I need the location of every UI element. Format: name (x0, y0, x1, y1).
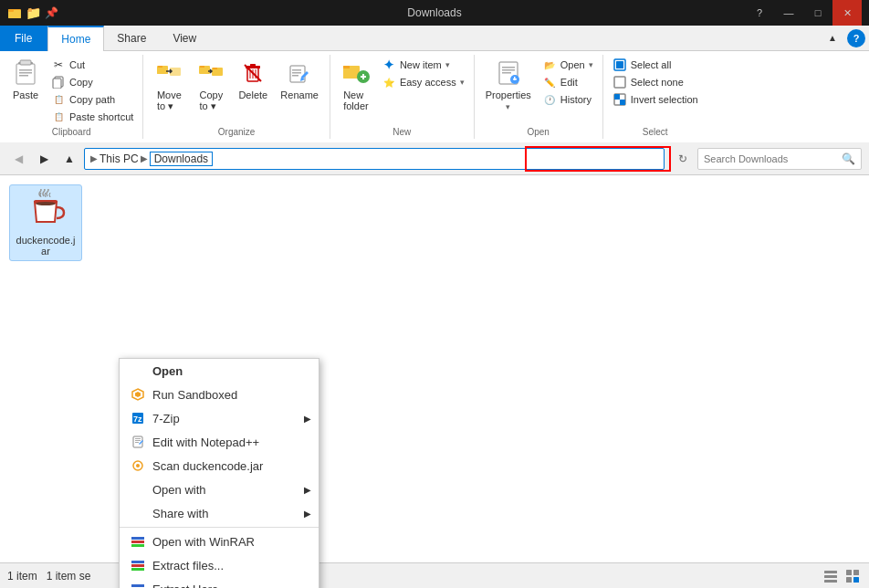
svg-rect-38 (502, 69, 515, 71)
ctx-7zip[interactable]: 7z 7-Zip ▶ (120, 406, 319, 430)
back-button[interactable]: ◀ (7, 148, 29, 170)
help-ribbon-btn[interactable]: ? (847, 29, 865, 47)
paste-button[interactable]: Paste (5, 57, 46, 102)
svg-rect-21 (250, 64, 256, 67)
svg-rect-29 (292, 75, 298, 77)
address-path[interactable]: ▶ This PC ▶ Downloads (84, 148, 665, 170)
new-folder-icon (341, 58, 371, 88)
paste-shortcut-button[interactable]: 📋 Paste shortcut (47, 109, 137, 125)
tab-view[interactable]: View (160, 26, 210, 51)
forward-button[interactable]: ▶ (33, 148, 55, 170)
delete-icon (238, 58, 267, 88)
edit-button[interactable]: ✏️ Edit (539, 74, 597, 90)
new-item-icon: ✦ (382, 58, 396, 72)
history-button[interactable]: 🕐 History (539, 91, 597, 108)
svg-rect-58 (135, 442, 139, 443)
help-button[interactable]: ? (745, 0, 774, 26)
grid-view-btn[interactable] (843, 567, 862, 585)
file-name: duckencode.jar (14, 235, 78, 257)
select-all-button[interactable]: Select all (609, 57, 702, 73)
cut-icon: ✂ (51, 58, 66, 72)
search-icon: 🔍 (842, 152, 855, 165)
clipboard-label: Clipboard (52, 125, 91, 137)
search-box[interactable]: 🔍 (697, 148, 862, 170)
folder-icon (7, 5, 22, 20)
open-label: Open (527, 125, 549, 137)
up-button[interactable]: ▲ (58, 148, 80, 170)
copy-to-icon (196, 58, 225, 88)
open-icon: 📂 (542, 58, 557, 72)
open-small-btns: 📂 Open ▾ ✏️ Edit 🕐 History (539, 57, 597, 108)
edit-icon: ✏️ (542, 75, 557, 89)
ctx-open-winrar[interactable]: Open with WinRAR (120, 530, 319, 553)
path-this-pc[interactable]: This PC (99, 152, 139, 165)
svg-point-50 (36, 202, 56, 205)
ctx-open[interactable]: Open (120, 359, 319, 383)
file-area[interactable]: duckencode.jar Open Run Sandboxed (0, 175, 869, 581)
ctx-winrar-icon-1 (131, 534, 145, 549)
path-downloads[interactable]: Downloads (150, 152, 213, 166)
rename-button[interactable]: Rename (275, 57, 324, 102)
invert-selection-button[interactable]: Invert selection (609, 91, 702, 108)
window-controls: ? — □ ✕ (745, 0, 862, 26)
svg-rect-28 (292, 72, 301, 74)
ctx-run-sandboxed[interactable]: Run Sandboxed (120, 383, 319, 406)
ctx-winrar-icon-2 (131, 558, 145, 572)
svg-rect-47 (614, 94, 620, 100)
open-button[interactable]: 📂 Open ▾ (539, 57, 597, 73)
new-folder-button[interactable]: Newfolder (336, 57, 376, 113)
tab-share[interactable]: Share (104, 26, 160, 51)
tab-file[interactable]: File (0, 26, 47, 51)
properties-button[interactable]: Properties ▾ (480, 57, 537, 113)
move-to-button[interactable]: Moveto ▾ (149, 57, 189, 114)
svg-marker-52 (135, 392, 141, 397)
paste-label: Paste (13, 89, 38, 100)
title-bar-left: 📁 📌 (7, 5, 58, 20)
organize-buttons: Moveto ▾ Copyto ▾ (149, 57, 324, 125)
easy-access-button[interactable]: ⭐ Easy access ▾ (378, 74, 468, 90)
delete-label: Delete (238, 89, 267, 100)
select-none-button[interactable]: Select none (609, 74, 702, 90)
quick-access-icon: 📁 (26, 5, 40, 20)
minimize-button[interactable]: — (774, 0, 803, 26)
list-view-btn[interactable] (822, 567, 840, 585)
ctx-open-with[interactable]: Open with ▶ (120, 478, 319, 501)
copy-ribbon-button[interactable]: Copy (47, 74, 137, 90)
ctx-extract-files[interactable]: Extract files... (120, 553, 319, 577)
svg-rect-45 (614, 77, 625, 88)
delete-button[interactable]: Delete (233, 57, 273, 102)
copy-to-button[interactable]: Copyto ▾ (191, 57, 231, 114)
svg-rect-6 (19, 69, 32, 71)
copy-icon (51, 75, 66, 89)
ctx-edit-notepad[interactable]: Edit with Notepad++ (120, 430, 319, 454)
ctx-scan-icon (131, 458, 145, 473)
move-to-icon (154, 58, 183, 88)
copy-path-button[interactable]: 📋 Copy path (47, 91, 137, 108)
ribbon-collapse-btn[interactable]: ▲ (822, 27, 843, 49)
search-input[interactable] (704, 153, 838, 164)
refresh-button[interactable]: ↻ (672, 148, 694, 170)
jar-file-icon (24, 189, 68, 233)
address-bar: ◀ ▶ ▲ ▶ This PC ▶ Downloads ↻ 🔍 (0, 142, 869, 175)
svg-rect-13 (158, 66, 162, 68)
properties-label: Properties (486, 89, 531, 100)
organize-group: Moveto ▾ Copyto ▾ (143, 55, 330, 139)
file-item[interactable]: duckencode.jar (9, 184, 82, 261)
maximize-button[interactable]: □ (803, 0, 832, 26)
close-button[interactable]: ✕ (832, 0, 862, 26)
select-all-icon (612, 58, 627, 72)
ctx-extract-here[interactable]: Extract Here (120, 577, 319, 588)
selected-count: 1 item se (47, 570, 91, 583)
svg-rect-57 (135, 440, 141, 441)
tab-home[interactable]: Home (47, 26, 104, 51)
ctx-scan[interactable]: Scan duckencode.jar (120, 454, 319, 478)
ctx-share-with[interactable]: Share with ▶ (120, 501, 319, 525)
clipboard-small-btns: ✂ Cut Copy 📋 Copy path (47, 57, 137, 125)
invert-selection-icon (612, 92, 627, 107)
new-item-button[interactable]: ✦ New item ▾ (378, 57, 468, 73)
copy-path-icon: 📋 (51, 92, 66, 107)
ribbon-tabs: File Home Share View ▲ ? (0, 26, 869, 51)
cut-button[interactable]: ✂ Cut (47, 57, 137, 73)
ctx-share-icon (131, 506, 145, 520)
svg-rect-4 (16, 64, 35, 84)
